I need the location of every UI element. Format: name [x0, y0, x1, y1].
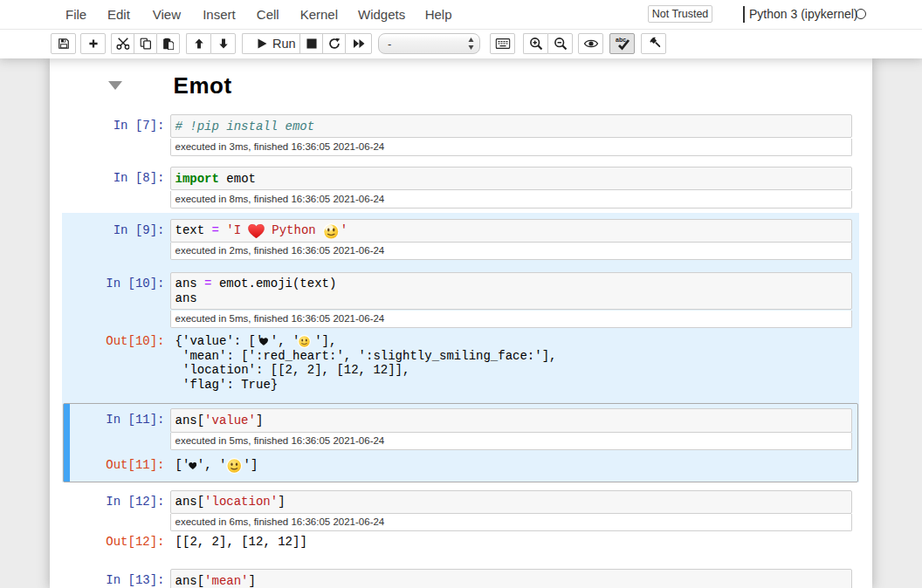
- svg-text:abc: abc: [616, 37, 626, 43]
